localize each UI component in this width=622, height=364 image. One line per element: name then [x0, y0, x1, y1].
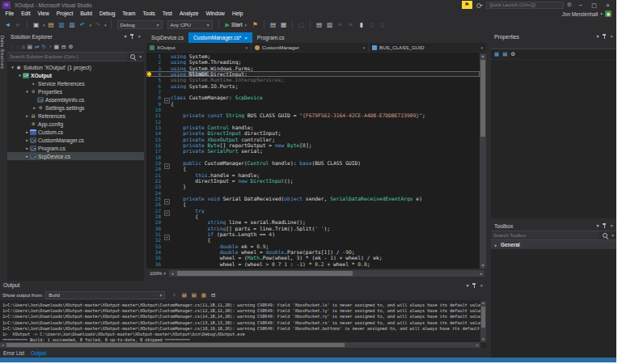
bookmark-icon[interactable]: ▮	[357, 20, 366, 30]
show-all-files-icon[interactable]: ▦	[54, 42, 59, 51]
scroll-up-icon[interactable]: ▲	[480, 53, 486, 59]
next-bookmark-icon[interactable]: ▯	[378, 20, 387, 30]
tree-item-xoutput[interactable]: ▾C#XOutput	[7, 71, 144, 79]
code-line[interactable]: 1using System;	[146, 53, 480, 59]
attach-to-process-icon[interactable]: ⚑	[251, 20, 260, 30]
output-line[interactable]: 1>C:\Users\Jon\Downloads\XOutput-master\…	[2, 303, 480, 308]
deploy-icon[interactable]: ▦	[279, 20, 288, 30]
start-debugging-button[interactable]: ▶Start▾	[226, 22, 247, 28]
tree-item-properties[interactable]: ▾⚙Properties	[7, 87, 144, 95]
toolbox-header[interactable]: Toolbox ▾ ×	[491, 221, 616, 231]
document-tab-program-cs[interactable]: Program.cs	[252, 32, 290, 43]
pending-changes-filter-icon[interactable]: ◔	[49, 42, 52, 51]
pin-icon[interactable]	[602, 33, 607, 40]
tree-item-references[interactable]: ▸▤References	[7, 112, 144, 120]
redo-icon[interactable]: ↷	[93, 20, 102, 30]
code-line[interactable]: 8−class CustomManager: ScpDevice	[146, 95, 480, 100]
save-all-icon[interactable]: ▥	[68, 20, 77, 30]
scroll-left-icon[interactable]: ◂	[169, 271, 176, 276]
code-line[interactable]: 29 string line = serial.ReadLine();	[146, 219, 480, 225]
code-line[interactable]: 35 wheel = (Math.Pow(wheel, 3) * (ek - 1…	[146, 255, 480, 260]
output-horizontal-scrollbar[interactable]: ◂ ▸	[0, 342, 480, 348]
build-solution-icon[interactable]: ▤	[269, 20, 277, 30]
output-vertical-scrollbar[interactable]: ▲ ▼	[480, 301, 486, 342]
menu-team[interactable]: Team	[119, 10, 139, 18]
toolbox-search-input[interactable]	[491, 231, 599, 239]
code-line[interactable]: 16 private Byte[] reportOutput = new Byt…	[146, 142, 480, 148]
output-line[interactable]: 1>C:\Users\Jon\Downloads\XOutput-master\…	[2, 314, 480, 320]
fold-toggle-icon[interactable]: −	[164, 235, 170, 240]
code-line[interactable]: 3using System.Windows.Forms;	[146, 66, 480, 71]
messages-icon[interactable]: ≡	[171, 290, 178, 299]
chevron-down-icon[interactable]: ▾	[596, 32, 599, 40]
code-line[interactable]: 24	[146, 190, 480, 196]
properties-object-combo[interactable]	[491, 41, 616, 49]
code-line[interactable]: 18	[146, 154, 480, 160]
code-line[interactable]: 14 private DirectInput directInput;	[146, 130, 480, 136]
tree-item-solution-xoutput-1-project[interactable]: ▾▣Solution 'XOutput' (1 project)	[7, 63, 144, 71]
editor-horizontal-scrollbar[interactable]: ◂ ▸	[169, 270, 484, 277]
menu-edit[interactable]: Edit	[18, 10, 34, 18]
increase-indent-icon[interactable]: ≡	[346, 20, 355, 30]
toggle-word-wrap-icon[interactable]: ⊟	[209, 290, 217, 299]
code-line[interactable]: 5using System.Runtime.InteropServices;	[146, 77, 480, 83]
back-icon[interactable]: ○	[11, 42, 14, 51]
menu-project[interactable]: Project	[53, 10, 77, 18]
project-dropdown[interactable]: XOutput ▾	[146, 43, 252, 52]
menu-file[interactable]: File	[2, 10, 18, 18]
code-line[interactable]: 28 {	[146, 214, 480, 219]
close-icon[interactable]: ×	[480, 281, 483, 290]
code-line[interactable]: 33 double ek = 0.9;	[146, 243, 480, 249]
new-project-icon[interactable]: ▣	[32, 20, 40, 30]
find-in-files-icon[interactable]: ▢	[297, 20, 306, 30]
scroll-up-icon[interactable]: ▲	[480, 301, 486, 306]
code-line[interactable]: 6using System.IO.Ports;	[146, 83, 480, 89]
new-folder-icon[interactable]: ▤	[315, 20, 324, 30]
code-line[interactable]: 32 {	[146, 237, 480, 243]
chevron-collapsed-icon[interactable]: ▸	[24, 113, 30, 118]
search-icon[interactable]	[129, 53, 137, 61]
chevron-down-icon[interactable]: ▾	[43, 23, 45, 28]
scroll-right-icon[interactable]: ▸	[478, 271, 484, 276]
categorized-icon[interactable]: ▦	[494, 51, 499, 57]
code-line[interactable]: 20 {	[146, 166, 480, 171]
document-tab-custommanager-cs[interactable]: CustomManager.cs*×	[188, 32, 252, 43]
close-icon[interactable]: ×	[138, 32, 141, 40]
chevron-expanded-icon[interactable]: ▾	[17, 73, 23, 78]
chevron-collapsed-icon[interactable]: ▸	[24, 129, 30, 134]
scroll-right-icon[interactable]: ▸	[475, 343, 480, 347]
forward-icon[interactable]: ○	[16, 42, 19, 51]
code-line[interactable]: 36 wheel = (wheel > 0 ? 1 : -1) * 0.2 + …	[146, 260, 480, 266]
navigate-forward-icon[interactable]: ►	[14, 20, 23, 30]
chevron-down-icon[interactable]: ▾	[104, 23, 107, 28]
code-line[interactable]: 17 private SerialPort serial;	[146, 148, 480, 154]
member-dropdown[interactable]: BUS_CLASS_GUID ▾	[369, 43, 486, 52]
notifications-flag-icon[interactable]: ⚑	[462, 1, 472, 9]
output-source-combo[interactable]: Build ▾	[45, 291, 165, 299]
menu-window[interactable]: Window	[202, 10, 228, 18]
chevron-down-icon[interactable]: ▾	[596, 222, 599, 230]
scroll-down-icon[interactable]: ▼	[480, 263, 486, 269]
output-line[interactable]: 1> XOutput -> C:\Users\Jon\Downloads\XOu…	[2, 332, 480, 337]
tree-item-app-config[interactable]: ⚙App.config	[7, 120, 144, 128]
collapse-all-icon[interactable]: ⊟	[61, 42, 66, 51]
code-line[interactable]: 25− private void Serial_DataReceived(obj…	[146, 196, 480, 201]
chevron-down-icon[interactable]: ▾	[139, 54, 142, 59]
solution-search-input[interactable]	[7, 53, 127, 61]
properties-header[interactable]: Properties ▾ ×	[491, 32, 616, 41]
code-line[interactable]: 12	[146, 119, 480, 125]
settings-wrench-icon[interactable]: ⚙	[567, 1, 572, 9]
code-line[interactable]: 2using System.Threading;	[146, 59, 480, 65]
tool-tab-output[interactable]: Output	[31, 350, 46, 356]
code-line[interactable]: 10	[146, 107, 480, 112]
menu-build[interactable]: Build	[77, 10, 96, 18]
undo-icon[interactable]: ↶	[78, 20, 87, 30]
zoom-selector[interactable]: 100% ▾	[146, 271, 169, 276]
navigate-backward-icon[interactable]: ◄	[3, 20, 12, 30]
code-line[interactable]: 34 double wheel = double.Parse(parts[1])…	[146, 249, 480, 255]
chevron-down-icon[interactable]: ▾	[600, 11, 603, 16]
scroll-left-icon[interactable]: ◂	[0, 343, 6, 347]
menu-help[interactable]: Help	[228, 10, 247, 18]
output-line[interactable]: 1>C:\Users\Jon\Downloads\XOutput-master\…	[2, 308, 480, 314]
code-line[interactable]: 11 private const String BUS_CLASS_GUID =…	[146, 112, 480, 118]
